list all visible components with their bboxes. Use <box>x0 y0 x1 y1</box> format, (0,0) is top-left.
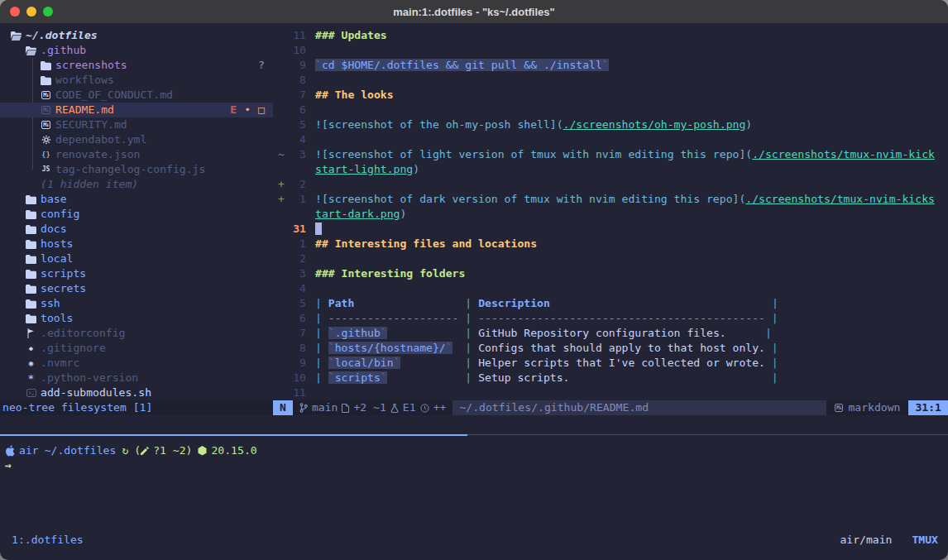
editor-line[interactable]: 4 <box>273 132 948 147</box>
tree-item-add-submodules-sh[interactable]: add-submodules.sh <box>0 385 273 400</box>
line-number: 7 <box>286 326 306 341</box>
editor-line[interactable]: 10| `scripts` | Setup scripts. | <box>273 371 948 385</box>
line-number: 3 <box>286 266 306 281</box>
line-text: start-light.png) <box>315 162 419 177</box>
tree-item-tools[interactable]: tools <box>0 311 273 326</box>
text-cursor <box>315 223 322 235</box>
tree-item-scripts[interactable]: scripts <box>0 266 273 281</box>
editor-line[interactable]: 9| `local/bin` | Helper scripts that I'v… <box>273 356 948 371</box>
shell-input-line[interactable]: → <box>5 458 12 473</box>
line-text: ### Interesting folders <box>315 266 465 281</box>
editor-line[interactable]: tart-dark.png) <box>273 207 948 222</box>
tmux-window-item[interactable]: 1:.dotfiles <box>12 533 84 548</box>
editor-line[interactable]: 7| `.github` | GitHub Repository configu… <box>273 326 948 341</box>
editor-line[interactable]: 9`cd $HOME/.dotfiles && git pull && ./in… <box>273 58 948 73</box>
editor-line[interactable]: 1## Interesting files and locations <box>273 237 948 251</box>
tree-item-label: scripts <box>41 266 86 281</box>
folder-icon <box>41 61 51 70</box>
tree-item-label: secrets <box>41 281 86 296</box>
gitsign-change: ~ <box>278 147 286 162</box>
line-text: ## Interesting files and locations <box>315 237 537 251</box>
folder-icon <box>26 255 36 264</box>
tmux-session-name: air/main <box>840 533 892 548</box>
tree-item-security-md[interactable]: M↓SECURITY.md <box>0 117 273 132</box>
tree-item-tag-changelog-config-js[interactable]: JStag-changelog-config.js <box>0 162 273 177</box>
line-text: | `scripts` | Setup scripts. | <box>315 371 778 385</box>
editor-line[interactable]: 5![screenshot of the oh-my-posh shell](.… <box>273 117 948 132</box>
neo-tree-panel: ~/.dotfiles.githubscreenshots?workflowsM… <box>0 28 273 400</box>
editor-line[interactable]: 5| Path | Description | <box>273 296 948 311</box>
line-text: | Path | Description | <box>315 296 778 311</box>
tree-item-readme-md[interactable]: M↓README.mdE•□ <box>0 103 273 117</box>
editor-line[interactable]: +2 <box>273 177 948 192</box>
tree-item-label: ssh <box>41 296 60 311</box>
tree-item-nvmrc[interactable]: ◉.nvmrc <box>0 356 273 371</box>
editor-line[interactable]: 4 <box>273 281 948 296</box>
editor-line[interactable]: 3### Interesting folders <box>273 266 948 281</box>
filetype-label: markdown <box>848 400 900 415</box>
folder-icon <box>26 210 36 219</box>
tree-item-label: local <box>41 251 73 266</box>
tmux-pane-border[interactable] <box>0 434 948 436</box>
tree-item-secrets[interactable]: secrets <box>0 281 273 296</box>
tree-item-hosts[interactable]: hosts <box>0 237 273 251</box>
tree-item-dotfiles[interactable]: ~/.dotfiles <box>0 28 273 43</box>
file-path: ~/.dotfiles/.github/README.md <box>452 400 826 415</box>
node-version: 20.15.0 <box>211 443 256 458</box>
editor-line[interactable]: 10 <box>273 43 948 58</box>
statusline-git-section: main +2 ~1 E1 ++ <box>293 400 453 415</box>
tree-item-ssh[interactable]: ssh <box>0 296 273 311</box>
tree-item-docs[interactable]: docs <box>0 222 273 237</box>
tree-item-label: screenshots <box>55 58 127 73</box>
editor-line[interactable]: 6| -------------------- | --------------… <box>273 311 948 326</box>
statusline-extra: ++ <box>433 400 447 415</box>
editor-buffer[interactable]: 11### Updates109`cd $HOME/.dotfiles && g… <box>273 28 948 400</box>
folder-icon <box>41 76 51 85</box>
tree-item-gitignore[interactable]: ◆.gitignore <box>0 341 273 356</box>
line-number: 10 <box>286 371 306 385</box>
terminal-window: main:1:.dotfiles - "ks~/.dotfiles" ~/.do… <box>0 0 948 560</box>
refresh-icon: ↻ <box>122 443 128 458</box>
tree-item-screenshots[interactable]: screenshots? <box>0 58 273 73</box>
editor-line[interactable]: 11 <box>273 385 948 400</box>
line-text: | `local/bin` | Helper scripts that I've… <box>315 356 778 371</box>
editor-line[interactable]: 2 <box>273 251 948 266</box>
tree-item-base[interactable]: base <box>0 192 273 207</box>
tree-item-label: add-submodules.sh <box>41 385 151 400</box>
tree-item-code-of-conduct-md[interactable]: M↓CODE_OF_CONDUCT.md <box>0 88 273 103</box>
editor-line[interactable]: 8| `hosts/{hostname}/` | Configs that sh… <box>273 341 948 356</box>
editor-line[interactable]: 31 <box>273 222 948 237</box>
editor-line[interactable]: ~3![screenshot of light version of tmux … <box>273 147 948 162</box>
line-number: 5 <box>286 117 306 132</box>
tree-item-1-hidden-item[interactable]: (1 hidden item) <box>0 177 273 192</box>
line-text: `cd $HOME/.dotfiles && git pull && ./ins… <box>315 58 609 73</box>
tree-item-editorconfig[interactable]: .editorconfig <box>0 326 273 341</box>
tree-item-label: tag-changelog-config.js <box>55 162 205 177</box>
tree-item-local[interactable]: local <box>0 251 273 266</box>
tree-item-python-version[interactable]: *.python-version <box>0 371 273 385</box>
editor-line[interactable]: 8 <box>273 73 948 88</box>
editor-line[interactable]: 6 <box>273 103 948 117</box>
editor-line[interactable]: 7## The looks <box>273 88 948 103</box>
tree-item-renovate-json[interactable]: {}renovate.json <box>0 147 273 162</box>
shell-prompt[interactable]: air ~/.dotfiles ↻ ( ?1 ~2) 20.15.0 <box>5 443 257 458</box>
status-badge: □ <box>258 103 265 117</box>
tree-item-label: .editorconfig <box>41 326 125 341</box>
tree-item-label: .nvmrc <box>41 356 79 371</box>
line-text: ![screenshot of the oh-my-posh shell](./… <box>315 117 752 132</box>
tree-item-label: CODE_OF_CONDUCT.md <box>55 88 173 103</box>
line-number: 1 <box>286 192 306 207</box>
tree-item-dependabot-yml[interactable]: dependabot.yml <box>0 132 273 147</box>
prompt-arrow: → <box>5 458 12 473</box>
editor-line[interactable]: 11### Updates <box>273 28 948 43</box>
editor-line[interactable]: +1![screenshot of dark version of tmux w… <box>273 192 948 207</box>
tree-item-workflows[interactable]: workflows <box>0 73 273 88</box>
tree-item-label: dependabot.yml <box>55 132 146 147</box>
tree-item-config[interactable]: config <box>0 207 273 222</box>
folder-icon <box>26 314 36 323</box>
editor-line[interactable]: start-light.png) <box>273 162 948 177</box>
tree-item-label: base <box>41 192 67 207</box>
tree-item-github[interactable]: .github <box>0 43 273 58</box>
tree-item-label: workflows <box>55 73 114 88</box>
line-text: | `.github` | GitHub Repository configur… <box>315 326 772 341</box>
